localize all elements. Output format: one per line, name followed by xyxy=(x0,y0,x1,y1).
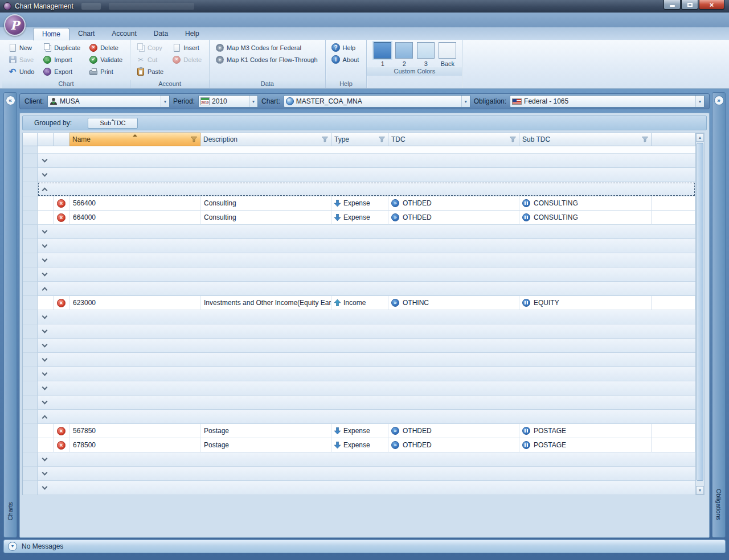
group-row-collapsed[interactable] xyxy=(23,353,695,367)
group-row-collapsed[interactable] xyxy=(23,339,695,353)
map-m3-codes-button[interactable]: Map M3 Codes for Federal xyxy=(213,42,322,53)
expand-obligations-panel-button[interactable]: » xyxy=(714,96,724,105)
group-row-collapsed[interactable] xyxy=(23,381,695,396)
tab-home[interactable]: Home xyxy=(33,28,69,40)
undo-button[interactable]: ↶Undo xyxy=(6,65,38,77)
group-row-collapsed[interactable] xyxy=(23,168,695,182)
close-button[interactable]: × xyxy=(699,0,724,10)
column-header-tdc[interactable]: TDC xyxy=(388,133,519,146)
chevron-down-icon[interactable]: ▼ xyxy=(161,96,169,107)
delete-row-icon[interactable]: × xyxy=(57,213,65,222)
expand-charts-panel-button[interactable]: « xyxy=(6,96,15,105)
chevron-down-icon[interactable] xyxy=(42,470,48,476)
filter-funnel-icon[interactable] xyxy=(379,137,385,142)
obligations-panel-label[interactable]: Obligations xyxy=(715,489,722,520)
scroll-thumb[interactable] xyxy=(697,143,703,481)
chevron-down-icon[interactable] xyxy=(42,342,48,348)
chevron-down-icon[interactable] xyxy=(42,257,48,262)
vertical-scrollbar[interactable]: ▲ ▼ xyxy=(695,133,705,495)
chevron-down-icon[interactable] xyxy=(42,242,48,248)
column-header-type[interactable]: Type xyxy=(331,133,388,146)
chevron-down-icon[interactable]: ▼ xyxy=(461,96,470,107)
chevron-down-icon[interactable] xyxy=(42,314,48,319)
chevron-down-icon[interactable] xyxy=(42,399,48,405)
insert-button[interactable]: Insert xyxy=(170,42,206,53)
group-row-expanded[interactable] xyxy=(23,182,695,196)
group-row-expanded[interactable] xyxy=(23,410,695,424)
custom-color-2[interactable]: 2 xyxy=(395,42,413,67)
copy-button[interactable]: Copy xyxy=(134,42,167,53)
paste-button[interactable]: Paste xyxy=(134,65,167,77)
charts-panel-label[interactable]: Charts xyxy=(7,502,14,520)
new-button[interactable]: New xyxy=(6,42,38,53)
delete-row-icon[interactable]: × xyxy=(57,427,65,435)
group-row-expanded[interactable] xyxy=(23,282,695,296)
delete-row-icon[interactable]: × xyxy=(57,299,65,307)
grid-data-row[interactable]: ×678500PostageExpense»OTHDEDPOSTAGE xyxy=(23,438,695,452)
tab-account[interactable]: Account xyxy=(103,28,145,40)
export-button[interactable]: →Export xyxy=(40,65,84,77)
filter-funnel-icon[interactable] xyxy=(191,137,197,142)
group-row-collapsed[interactable] xyxy=(23,481,695,495)
maximize-button[interactable] xyxy=(681,0,698,10)
scroll-up-arrow[interactable]: ▲ xyxy=(696,133,704,142)
duplicate-button[interactable]: Duplicate xyxy=(40,42,84,53)
column-header-description[interactable]: Description xyxy=(200,133,331,146)
grid-data-row[interactable]: ×664000ConsultingExpense»OTHDEDCONSULTIN… xyxy=(23,211,695,225)
chevron-down-icon[interactable] xyxy=(42,328,48,333)
messages-expander-button[interactable]: ▼ xyxy=(8,542,17,551)
chevron-down-icon[interactable] xyxy=(42,157,48,163)
delete-chart-button[interactable]: ×Delete xyxy=(87,42,126,53)
grid-data-row[interactable]: ×566400ConsultingExpense»OTHDEDCONSULTIN… xyxy=(23,196,695,211)
chevron-up-icon[interactable] xyxy=(42,287,48,293)
group-by-chip-sub-tdc[interactable]: Sub TDC xyxy=(88,118,138,129)
map-k1-codes-button[interactable]: Map K1 Codes for Flow-Through xyxy=(213,53,322,65)
chevron-down-icon[interactable] xyxy=(42,171,48,177)
grid-data-row[interactable]: ×567850PostageExpense»OTHDEDPOSTAGE xyxy=(23,424,695,438)
import-button[interactable]: →Import xyxy=(40,53,84,65)
chevron-down-icon[interactable] xyxy=(42,456,48,462)
obligation-combobox[interactable]: Federal - 1065 ▼ xyxy=(510,95,705,108)
group-row-collapsed[interactable] xyxy=(23,253,695,267)
group-row-collapsed[interactable] xyxy=(23,467,695,481)
custom-color-3[interactable]: 3 xyxy=(417,42,435,67)
custom-color-back[interactable]: Back xyxy=(439,42,456,67)
help-button[interactable]: ?Help xyxy=(329,42,363,53)
delete-row-icon[interactable]: × xyxy=(57,441,65,450)
app-menu-button[interactable]: P xyxy=(4,14,26,36)
chevron-down-icon[interactable] xyxy=(42,356,48,362)
tab-chart[interactable]: Chart xyxy=(69,28,103,40)
column-header-name[interactable]: Name xyxy=(69,133,200,146)
group-row-collapsed[interactable] xyxy=(23,310,695,324)
save-button[interactable]: Save xyxy=(6,53,38,65)
scroll-track[interactable] xyxy=(696,142,704,486)
chart-combobox[interactable]: MASTER_COA_MNA ▼ xyxy=(284,95,470,108)
client-combobox[interactable]: MUSA ▼ xyxy=(47,95,170,108)
cut-button[interactable]: ✂Cut xyxy=(134,53,167,65)
chevron-down-icon[interactable] xyxy=(42,228,48,234)
scroll-down-arrow[interactable]: ▼ xyxy=(696,486,704,495)
group-row-collapsed[interactable] xyxy=(23,239,695,253)
tab-help[interactable]: Help xyxy=(177,28,208,40)
group-row-collapsed[interactable] xyxy=(23,267,695,282)
grid-data-row[interactable]: ×623000Investments and Other Income(Equi… xyxy=(23,296,695,310)
minimize-button[interactable] xyxy=(664,0,681,10)
delete-row-icon[interactable]: × xyxy=(57,199,65,208)
group-row-collapsed[interactable] xyxy=(23,396,695,410)
delete-account-button[interactable]: ×Delete xyxy=(170,53,206,65)
chevron-down-icon[interactable] xyxy=(42,370,48,376)
chevron-down-icon[interactable]: ▼ xyxy=(695,96,704,107)
print-button[interactable]: Print xyxy=(87,65,126,77)
chevron-down-icon[interactable] xyxy=(42,484,48,490)
group-row-collapsed[interactable] xyxy=(23,154,695,168)
chevron-up-icon[interactable] xyxy=(42,187,48,193)
group-row-collapsed[interactable] xyxy=(23,225,695,239)
custom-color-1[interactable]: 1 xyxy=(374,42,391,67)
filter-funnel-icon[interactable] xyxy=(510,137,516,142)
chevron-down-icon[interactable] xyxy=(42,271,48,277)
tab-data[interactable]: Data xyxy=(145,28,177,40)
validate-button[interactable]: ✓Validate xyxy=(87,53,126,65)
about-button[interactable]: iAbout xyxy=(329,53,363,65)
period-combobox[interactable]: 2010 2010 ▼ xyxy=(198,95,258,108)
column-header-sub-tdc[interactable]: Sub TDC xyxy=(519,133,652,146)
